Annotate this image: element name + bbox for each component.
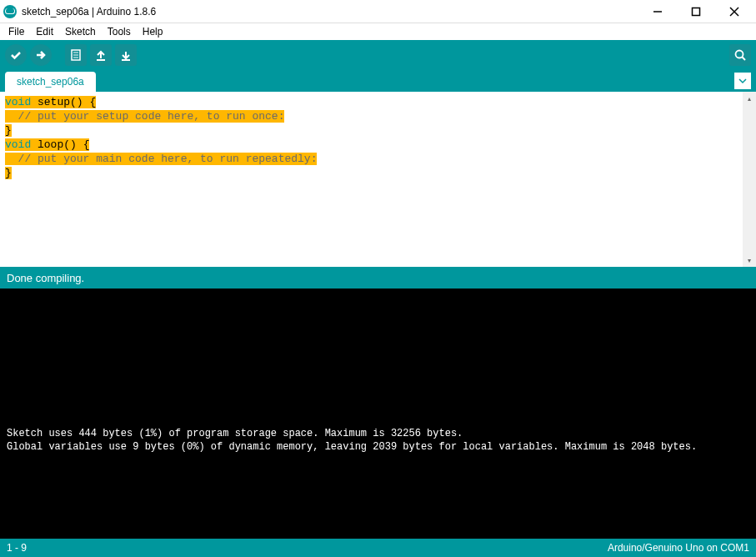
scroll-up-icon[interactable]: ▴ <box>743 92 756 105</box>
status-bar: Done compiling. <box>0 267 756 289</box>
status-text: Done compiling. <box>7 272 84 284</box>
maximize-button[interactable] <box>684 3 708 20</box>
tabbar: sketch_sep06a <box>0 70 756 92</box>
save-button[interactable] <box>115 44 137 66</box>
console-output[interactable]: Sketch uses 444 bytes (1%) of program st… <box>0 289 756 539</box>
code-editor[interactable]: void setup() { // put your setup code he… <box>0 92 743 267</box>
menu-tools[interactable]: Tools <box>103 24 136 39</box>
console-line: Sketch uses 444 bytes (1%) of program st… <box>7 427 749 440</box>
serial-monitor-button[interactable] <box>729 44 751 66</box>
code-keyword: void <box>5 138 31 151</box>
scroll-down-icon[interactable]: ▾ <box>743 253 756 267</box>
close-button[interactable] <box>723 3 746 20</box>
upload-button[interactable] <box>30 44 52 66</box>
code-comment: // put your setup code here, to run once… <box>5 110 284 123</box>
menu-sketch[interactable]: Sketch <box>60 24 101 39</box>
new-button[interactable] <box>65 44 87 66</box>
window-controls <box>646 3 753 20</box>
toolbar <box>0 40 756 70</box>
code-text: setup() { <box>31 96 96 108</box>
menu-file[interactable]: File <box>3 24 29 39</box>
verify-button[interactable] <box>5 44 27 66</box>
cursor-position: 1 - 9 <box>7 542 608 554</box>
menu-edit[interactable]: Edit <box>31 24 58 39</box>
menubar: File Edit Sketch Tools Help <box>0 23 756 40</box>
titlebar: sketch_sep06a | Arduino 1.8.6 <box>0 0 756 23</box>
code-text: } <box>5 124 12 137</box>
vertical-scrollbar[interactable]: ▴ ▾ <box>743 92 756 267</box>
footer-bar: 1 - 9 Arduino/Genuino Uno on COM1 <box>0 539 756 557</box>
code-text: } <box>5 167 12 179</box>
svg-line-11 <box>743 58 746 61</box>
window-title: sketch_sep06a | Arduino 1.8.6 <box>22 6 646 18</box>
svg-rect-1 <box>693 8 700 15</box>
menu-help[interactable]: Help <box>138 24 168 39</box>
code-keyword: void <box>5 96 31 108</box>
code-comment: // put your main code here, to run repea… <box>5 153 317 165</box>
board-port-info: Arduino/Genuino Uno on COM1 <box>608 542 749 554</box>
arduino-logo-icon <box>3 5 17 18</box>
tab-menu-button[interactable] <box>734 73 751 89</box>
tab-sketch[interactable]: sketch_sep06a <box>5 72 96 92</box>
scroll-track[interactable] <box>743 105 756 253</box>
editor-area: void setup() { // put your setup code he… <box>0 92 756 267</box>
console-line: Global variables use 9 bytes (0%) of dyn… <box>7 440 749 454</box>
svg-point-10 <box>736 51 743 58</box>
minimize-button[interactable] <box>646 3 669 20</box>
open-button[interactable] <box>90 44 112 66</box>
code-text: loop() { <box>31 138 89 151</box>
